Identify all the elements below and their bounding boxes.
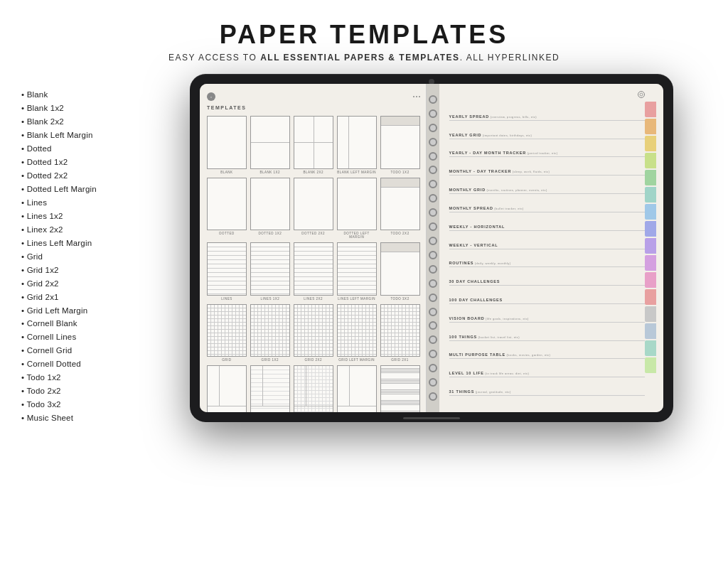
spiral-ring <box>429 138 437 146</box>
tab-item[interactable] <box>645 272 656 288</box>
template-cell[interactable]: DOTTED 1X2 <box>250 178 290 239</box>
template-label: BLANK <box>220 171 232 174</box>
right-list-item[interactable]: LEVEL 10 LIFE (to track life areas: diet… <box>449 370 646 377</box>
tab-item[interactable] <box>645 238 656 254</box>
right-page: YEARLY SPREAD (overview, progress, bills… <box>439 84 664 412</box>
template-cell[interactable]: BLANK <box>207 116 247 174</box>
template-label: DOTTED 1X2 <box>258 232 282 235</box>
left-page-header: TEMPLATES <box>207 105 420 110</box>
template-cell[interactable]: CORNELL DOTTED <box>337 365 377 412</box>
right-list-item[interactable]: MONTHLY GRID (months, routines, planner,… <box>449 186 646 194</box>
list-item: Linex 2x2 <box>21 223 149 237</box>
right-list-item[interactable]: MONTHLY - DAY TRACKER (sleep, work, flui… <box>449 168 646 176</box>
template-cell[interactable]: LINES 1X2 <box>250 242 290 301</box>
item-title: WEEKLY - HORIZONTAL <box>449 225 505 229</box>
right-list-item[interactable]: YEARLY GRID (important dates, birthdays,… <box>449 131 646 139</box>
right-list-item[interactable]: ROUTINES (daily, weekly, monthly) <box>449 259 646 267</box>
right-list-item[interactable]: 30 DAY CHALLENGES <box>449 278 646 286</box>
right-list-item[interactable]: VISION BOARD (life goals, inspirations, … <box>449 315 646 323</box>
right-list-item[interactable]: 100 THINGS (bucket list, travel list, et… <box>449 333 646 341</box>
template-cell[interactable]: CORNELL BLANK <box>207 365 247 412</box>
template-cell[interactable]: CORNELL LINES <box>250 365 290 412</box>
template-label: GRID <box>222 358 231 362</box>
tab-item[interactable] <box>645 102 656 117</box>
subtitle-bold: ALL ESSENTIAL PAPERS & TEMPLATES <box>260 53 459 63</box>
right-list-item[interactable]: YEARLY - DAY MONTH TRACKER (period track… <box>449 149 646 157</box>
item-title: 100 DAY CHALLENGES <box>449 298 503 302</box>
right-list-item[interactable]: WEEKLY - VERTICAL <box>449 242 646 249</box>
template-thumbnail <box>294 116 333 169</box>
template-cell[interactable]: BLANK 1X2 <box>250 116 290 174</box>
tab-item[interactable] <box>645 204 656 220</box>
template-cell[interactable]: GRID LEFT MARGIN <box>337 304 377 362</box>
item-sub: (journal, gratitude, etc) <box>474 390 511 394</box>
tab-item[interactable] <box>645 357 656 373</box>
svg-point-0 <box>640 93 643 96</box>
tab-item[interactable] <box>645 153 656 168</box>
template-thumbnail <box>207 365 247 412</box>
right-list-item[interactable]: 100 DAY CHALLENGES <box>449 296 646 304</box>
list-item: Cornell Dotted <box>21 357 149 371</box>
template-thumbnail <box>250 116 290 169</box>
back-icon[interactable]: ‹ <box>207 92 215 101</box>
template-cell[interactable]: LINES LEFT MARGIN <box>337 242 377 301</box>
template-cell[interactable]: BLANK 2X2 <box>294 116 333 174</box>
tab-item[interactable] <box>645 340 656 356</box>
item-sub: (period tracker, etc) <box>526 151 557 155</box>
tab-item[interactable] <box>645 119 656 134</box>
tab-item[interactable] <box>645 289 656 305</box>
template-label: DOTTED LEFT MARGIN <box>337 232 377 239</box>
list-item: Dotted <box>21 142 149 156</box>
spiral-ring <box>429 308 437 316</box>
template-cell[interactable]: TODO 2X2 <box>380 178 420 239</box>
right-list-item[interactable]: YEARLY SPREAD (overview, progress, bills… <box>449 113 646 121</box>
template-thumbnail <box>250 242 290 296</box>
tab-item[interactable] <box>645 170 656 185</box>
template-cell[interactable]: CORNELL GRID <box>294 365 333 412</box>
template-cell[interactable]: GRID 2X2 <box>294 304 333 362</box>
tab-item[interactable] <box>645 306 656 322</box>
list-item: Blank <box>21 88 149 102</box>
tab-item[interactable] <box>645 187 656 203</box>
template-cell[interactable]: DOTTED LEFT MARGIN <box>337 178 377 239</box>
template-label: GRID 2X1 <box>391 358 409 362</box>
settings-icon[interactable] <box>638 91 645 98</box>
template-cell[interactable]: BLANK LEFT MARGIN <box>337 116 377 174</box>
right-list-item[interactable]: WEEKLY - HORIZONTAL <box>449 223 646 231</box>
right-page-top <box>445 91 646 98</box>
tab-item[interactable] <box>645 323 656 339</box>
template-cell[interactable]: DOTTED <box>207 178 247 239</box>
template-cell[interactable]: DOTTED 2X2 <box>294 178 333 239</box>
right-list-item[interactable]: MULTI PURPOSE TABLE (books, movies, gard… <box>449 351 646 359</box>
tab-item[interactable] <box>645 136 656 151</box>
tab-item[interactable] <box>645 221 656 237</box>
spiral-ring <box>429 124 437 132</box>
item-sub: (months, routines, planner, events, etc) <box>486 188 547 192</box>
spiral-ring <box>429 364 437 372</box>
template-thumbnail <box>207 242 247 296</box>
item-sub: (daily, weekly, monthly) <box>473 262 510 265</box>
page-title: PAPER TEMPLATES <box>168 20 560 50</box>
template-cell[interactable]: LINES 2X2 <box>294 242 333 301</box>
list-item: Cornell Grid <box>21 344 149 357</box>
list-item: Grid 1x2 <box>21 264 149 277</box>
right-list-item[interactable]: 31 THINGS (journal, gratitude, etc) <box>449 388 646 396</box>
list-item: Blank 2x2 <box>21 115 149 129</box>
template-cell[interactable]: MUSIC <box>380 365 420 412</box>
subtitle-post: . ALL HYPERLINKED <box>460 53 560 63</box>
right-list-item[interactable]: MONTHLY SPREAD (bullet tracker, etc) <box>449 205 646 212</box>
template-cell[interactable]: TODO 1X2 <box>380 116 420 174</box>
dot1 <box>413 96 414 97</box>
template-label: TODO 2X2 <box>390 232 409 235</box>
list-item: Cornell Lines <box>21 330 149 344</box>
template-cell[interactable]: LINES <box>207 242 247 301</box>
template-cell[interactable]: GRID 1X2 <box>250 304 290 362</box>
list-item: Cornell Blank <box>21 317 149 330</box>
subtitle-pre: EASY ACCESS TO <box>168 53 260 63</box>
dot2 <box>416 96 417 97</box>
tab-item[interactable] <box>645 255 656 271</box>
template-cell[interactable]: TODO 3X2 <box>380 242 420 301</box>
template-cell[interactable]: GRID 2X1 <box>380 304 420 362</box>
template-cell[interactable]: GRID <box>207 304 247 362</box>
item-title: YEARLY - DAY MONTH TRACKER <box>449 151 527 155</box>
